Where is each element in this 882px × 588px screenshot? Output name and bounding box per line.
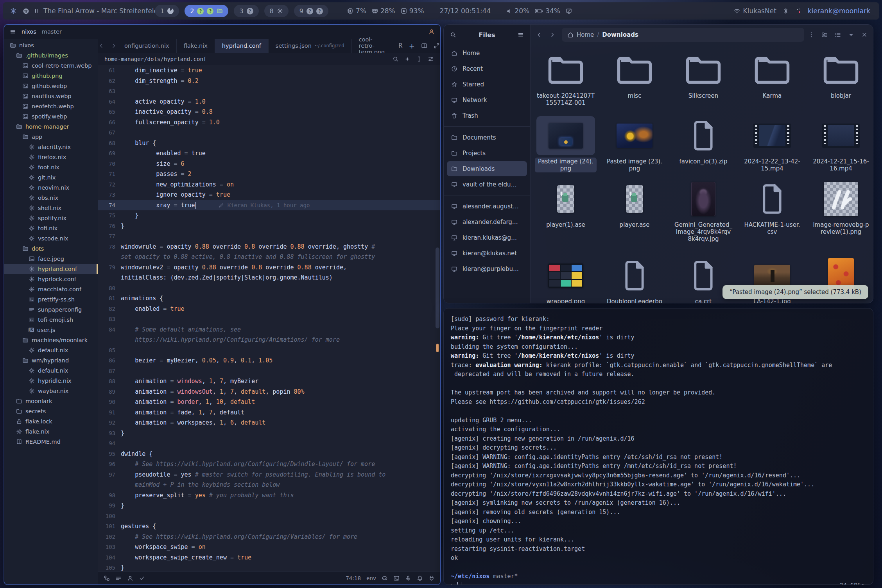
tree-item-spotify-webp[interactable]: spotify.webp	[4, 111, 98, 122]
search-icon[interactable]	[393, 56, 399, 62]
sidebar-item-documents[interactable]: Documents	[447, 130, 527, 145]
code-line-79[interactable]: 79windowrulev2 = opacity 0.88 override 0…	[98, 262, 440, 273]
sidebar-item-trash[interactable]: Trash	[447, 108, 527, 123]
back-icon[interactable]	[536, 32, 542, 38]
file-item-player-ase[interactable]: player.ase	[600, 176, 669, 253]
sidebar-item-kieran-klukas-g-[interactable]: kieran.klukas@g…	[447, 230, 527, 245]
code-line-98[interactable]: 98 preserve_split = yes # you probably w…	[98, 490, 440, 501]
code-line-87[interactable]: 87	[98, 366, 440, 376]
hamburger-menu-icon[interactable]	[518, 32, 524, 38]
file-item-2024-12-22-13-42-15-mp4[interactable]: 2024-12-22_13-42-15.mp4	[738, 113, 807, 176]
copilot-icon[interactable]	[382, 575, 388, 581]
expand-icon[interactable]	[434, 43, 440, 49]
nixos-logo-icon[interactable]	[10, 8, 16, 14]
tree-item-wm-hyprland[interactable]: wm/hyprland	[4, 355, 98, 366]
code-line-66[interactable]: 66 fullscreen_opacity = 1.0	[98, 117, 440, 128]
tree-item-default-nix[interactable]: default.nix	[4, 345, 98, 355]
file-item-silkscreen[interactable]: Silkscreen	[669, 47, 738, 113]
code-line-92[interactable]: 92 animation = workspaces, 1, 6, default	[98, 418, 440, 428]
sidebar-item-starred[interactable]: Starred	[447, 77, 527, 92]
tree-item-tofi-emoji-sh[interactable]: tofi-emoji.sh	[4, 315, 98, 325]
file-item-image-removebg-preview-1-png[interactable]: image-removebg-preview(1).png	[807, 176, 873, 253]
tree-item-neovim-nix[interactable]: neovim.nix	[4, 183, 98, 193]
sidebar-item-downloads[interactable]: Downloads	[447, 161, 527, 176]
split-pane-icon[interactable]	[421, 43, 427, 49]
sidebar-item-vault-of-the-eldu-[interactable]: vault of the eldu…	[447, 177, 527, 192]
nav-back-icon[interactable]	[98, 43, 104, 49]
code-line-70[interactable]: 70 size = 6	[98, 159, 440, 169]
view-options-caret-icon[interactable]	[848, 32, 854, 38]
tree-item-machines-moonlark[interactable]: machines/moonlark	[4, 335, 98, 345]
workspace-9[interactable]: 9??	[294, 5, 328, 17]
search-folder-icon[interactable]	[821, 32, 828, 38]
tree-item-tofi-nix[interactable]: tofi.nix	[4, 223, 98, 233]
terminal-prompt[interactable]: >34.695s	[451, 581, 866, 585]
code-line-77[interactable]: 77	[98, 231, 440, 242]
forward-icon[interactable]	[549, 32, 556, 38]
tree-item-shell-nix[interactable]: shell.nix	[4, 203, 98, 213]
file-item-player-1-ase[interactable]: player(1).ase	[531, 176, 600, 253]
search-icon[interactable]	[450, 32, 456, 38]
code-line-78[interactable]: 78windowrule = opacity 0.88 override 0.8…	[98, 242, 440, 252]
workspace-8[interactable]: 8	[264, 5, 289, 17]
terminal-window[interactable]: [sudo] password for kierank:Place your f…	[443, 308, 873, 585]
code-line-90[interactable]: 90 animation = border, 1, 10, default	[98, 397, 440, 407]
tree-item-hyprland-conf[interactable]: hyprland.conf	[4, 264, 98, 274]
code-line-102[interactable]: 102 # See https://wiki.hyprland.org/Conf…	[98, 532, 440, 542]
sliders-icon[interactable]	[428, 56, 434, 62]
code-line-99[interactable]: 99}	[98, 500, 440, 511]
tree-item--github-images[interactable]: .github/images	[4, 50, 98, 61]
tree-item-default-nix[interactable]: default.nix	[4, 366, 98, 376]
crumb-home[interactable]: Home	[577, 31, 594, 38]
sidebar-item-home[interactable]: Home	[447, 45, 527, 61]
tree-item-obs-nix[interactable]: obs.nix	[4, 193, 98, 203]
extensions-icon[interactable]	[428, 575, 435, 581]
tree-item-app[interactable]: app	[4, 132, 98, 142]
code-line-86[interactable]: 86 bezier = myBezier, 0.05, 0.9, 0.1, 1.…	[98, 355, 440, 366]
tree-item-waybar-nix[interactable]: waybar.nix	[4, 386, 98, 396]
network-widget[interactable]: KlukasNet	[734, 7, 776, 15]
code-line-65[interactable]: 65 inactive_opacity = 0.8	[98, 107, 440, 117]
file-item-takeout-20241207t155714z-001[interactable]: takeout-20241207T155714Z-001	[531, 47, 600, 113]
code-line-71[interactable]: 71 passes = 2	[98, 169, 440, 179]
editor-tab-cool-retro-term-png[interactable]: cool-retro-term.png	[352, 39, 393, 53]
tree-item-flake-nix[interactable]: flake.nix	[4, 427, 98, 437]
new-tab-button[interactable]: +	[409, 42, 415, 50]
assistant-icon[interactable]	[405, 575, 411, 581]
sidebar-item-kieran-klukas-net[interactable]: kieran@klukas.net	[447, 246, 527, 261]
code-line-68[interactable]: 68 blur {	[98, 138, 440, 149]
repl-button[interactable]: R	[398, 42, 402, 49]
file-item-wrapped-png[interactable]: wrapped.png	[531, 253, 600, 303]
crumb-current[interactable]: Downloads	[602, 31, 638, 38]
file-item-pasted-image-23-png[interactable]: Pasted image (23).png	[600, 113, 669, 176]
workspace-1[interactable]: 1	[155, 5, 179, 17]
tree-item-readme-md[interactable]: README.md	[4, 437, 98, 447]
file-item-gemini-generated-image-4rqv8k4rqv8k4rqv-jpg[interactable]: Gemini_Generated_Image_4rqv8k4rqv8k4rqv.…	[669, 176, 738, 253]
code-line-61[interactable]: 61 dim_inactive = true	[98, 65, 440, 76]
project-name[interactable]: nixos	[22, 29, 36, 35]
tree-item-spotify-nix[interactable]: spotify.nix	[4, 213, 98, 223]
tree-item-user-js[interactable]: JSuser.js	[4, 325, 98, 335]
code-line-93[interactable]: 93}	[98, 428, 440, 439]
breadcrumb[interactable]: home-manager/dots/hyprland.conf	[104, 56, 206, 62]
sidebar-item-projects[interactable]: Projects	[447, 145, 527, 161]
code-line-105[interactable]: 105}	[98, 563, 440, 572]
diagram-icon[interactable]	[104, 575, 110, 581]
code-line-84[interactable]: 84 # Some default animations, see	[98, 324, 440, 335]
code-line-83[interactable]: 83	[98, 314, 440, 324]
file-item-pasted-image-24-png[interactable]: Pasted image (24).png	[531, 113, 600, 176]
code-line-88[interactable]: 88 animation = windows, 1, 7, myBezier	[98, 376, 440, 387]
file-item-blobjar[interactable]: blobjar	[807, 47, 873, 113]
tree-item-cool-retro-term-webp[interactable]: cool-retro-term.webp	[4, 61, 98, 71]
tray-app-icon[interactable]	[795, 8, 801, 14]
scrollbar[interactable]	[436, 65, 439, 572]
tree-item-hyprlock-conf[interactable]: hyprlock.conf	[4, 274, 98, 284]
code-line-101[interactable]: 101gestures {	[98, 521, 440, 532]
code-line-64[interactable]: 64 active_opacity = 1.0	[98, 97, 440, 107]
code-line-73[interactable]: 73 ignore_opacity = true	[98, 190, 440, 200]
media-player-widget[interactable]: The Final Arrow - Marc Streitenfeld	[23, 7, 158, 15]
code-line-94[interactable]: 94	[98, 438, 440, 449]
tree-item-sunpaperconfig[interactable]: sunpaperconfig	[4, 305, 98, 315]
env-label[interactable]: env	[366, 575, 376, 581]
code-line-wrap[interactable]: set opacity to 0.88 active, 0.8 inactive…	[98, 252, 440, 262]
